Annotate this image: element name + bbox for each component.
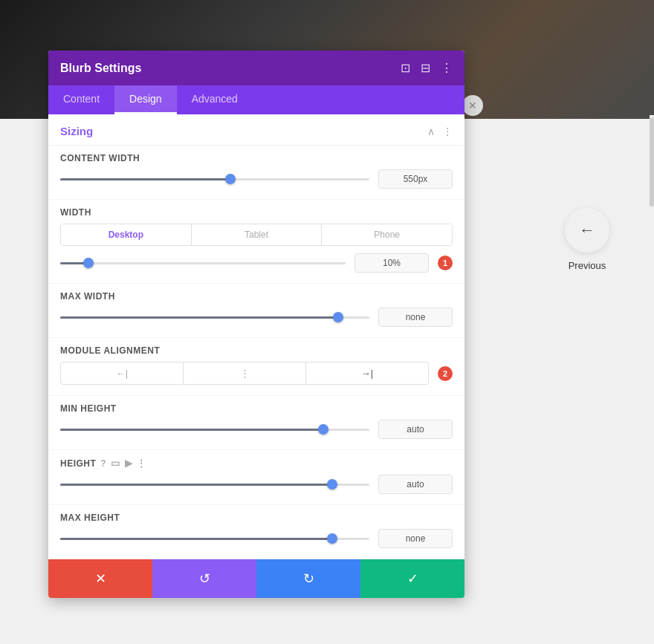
max-height-thumb[interactable] <box>327 533 337 544</box>
height-fill <box>60 484 332 486</box>
max-width-thumb[interactable] <box>333 312 343 322</box>
prev-arrow-icon: ← <box>579 221 595 240</box>
height-device-icon[interactable]: ▭ <box>111 458 120 469</box>
save-button[interactable]: ✓ <box>360 559 464 598</box>
device-tab-tablet[interactable]: Tablet <box>192 224 323 245</box>
width-input[interactable] <box>354 253 429 273</box>
min-height-fill <box>60 429 323 431</box>
max-height-track <box>60 538 369 540</box>
width-badge: 1 <box>438 256 453 270</box>
module-alignment-row: ←| ⋮ →| 2 <box>60 362 453 385</box>
collapse-icon[interactable]: ∧ <box>427 126 435 137</box>
content-width-slider-row <box>60 169 453 189</box>
sizing-title: Sizing <box>60 125 93 137</box>
fullscreen-icon[interactable]: ⊡ <box>401 61 410 75</box>
height-label: Height ? ▭ ▶ ⋮ <box>60 458 453 469</box>
sizing-section-header: Sizing ∧ ⋮ <box>48 114 464 146</box>
min-height-input[interactable] <box>378 420 453 439</box>
prev-label: Previous <box>569 260 606 271</box>
device-tab-phone[interactable]: Phone <box>322 224 452 245</box>
content-width-slider[interactable] <box>60 172 369 186</box>
redo-button[interactable]: ↻ <box>256 559 360 598</box>
cancel-button[interactable]: ✕ <box>48 559 152 598</box>
tab-advanced[interactable]: Advanced <box>177 85 253 114</box>
max-width-slider-row <box>60 308 453 327</box>
min-height-slider-row <box>60 420 453 439</box>
height-field: Height ? ▭ ▶ ⋮ <box>48 450 464 505</box>
section-header-icons: ∧ ⋮ <box>427 126 453 137</box>
min-height-track <box>60 429 369 431</box>
max-width-label: Max Width <box>60 291 453 302</box>
reset-button[interactable]: ↺ <box>152 559 256 598</box>
min-height-field: Min Height <box>48 396 464 450</box>
max-height-slider-row <box>60 529 453 548</box>
height-more-icon[interactable]: ⋮ <box>137 458 146 469</box>
min-height-label: Min Height <box>60 403 453 414</box>
content-width-field: Content Width <box>48 146 464 200</box>
max-height-field: Max Height <box>48 505 464 559</box>
alignment-buttons: ←| ⋮ →| <box>60 362 429 385</box>
align-center-button[interactable]: ⋮ <box>184 362 306 385</box>
blurb-settings-panel: Blurb Settings ⊡ ⊟ ⋮ Content Design Adva… <box>48 51 464 598</box>
max-height-input[interactable] <box>378 529 453 548</box>
width-label: Width <box>60 207 453 218</box>
content-width-track <box>60 178 369 180</box>
max-width-input[interactable] <box>378 308 453 327</box>
device-tabs: Desktop Tablet Phone <box>60 224 453 246</box>
panel-close-button[interactable]: ✕ <box>462 95 483 116</box>
min-height-slider[interactable] <box>60 422 369 437</box>
content-width-input[interactable] <box>378 169 453 189</box>
max-width-field: Max Width <box>48 284 464 338</box>
width-slider[interactable] <box>60 256 346 270</box>
height-help-icon[interactable]: ? <box>100 458 106 469</box>
panel-header-icons: ⊡ ⊟ ⋮ <box>401 61 453 75</box>
width-slider-row: 1 <box>60 253 453 273</box>
tab-design[interactable]: Design <box>114 85 177 114</box>
height-thumb[interactable] <box>327 479 337 489</box>
panel-header: Blurb Settings ⊡ ⊟ ⋮ <box>48 51 464 85</box>
more-icon[interactable]: ⋮ <box>441 61 453 75</box>
section-more-icon[interactable]: ⋮ <box>442 126 453 137</box>
panel-body: Sizing ∧ ⋮ Content Width Width <box>48 114 464 559</box>
max-width-fill <box>60 316 338 319</box>
alignment-badge: 2 <box>438 366 453 381</box>
height-slider[interactable] <box>60 477 369 492</box>
width-track <box>60 262 346 264</box>
height-slider-row <box>60 475 453 494</box>
max-width-track <box>60 316 369 319</box>
max-width-slider[interactable] <box>60 310 369 325</box>
height-cursor-icon[interactable]: ▶ <box>125 458 133 469</box>
width-field: Width Desktop Tablet Phone 1 <box>48 200 464 284</box>
max-height-slider[interactable] <box>60 531 369 546</box>
min-height-thumb[interactable] <box>318 424 328 435</box>
max-height-label: Max Height <box>60 513 453 523</box>
module-alignment-label: Module Alignment <box>60 345 453 356</box>
content-width-fill <box>60 178 230 180</box>
columns-icon[interactable]: ⊟ <box>421 61 430 75</box>
align-right-button[interactable]: →| <box>306 362 429 385</box>
content-width-thumb[interactable] <box>225 174 236 184</box>
tab-content[interactable]: Content <box>48 85 114 114</box>
panel-title: Blurb Settings <box>60 62 141 75</box>
align-left-button[interactable]: ←| <box>60 362 184 385</box>
panel-tabs: Content Design Advanced <box>48 85 464 114</box>
width-thumb[interactable] <box>83 258 94 268</box>
panel-footer: ✕ ↺ ↻ ✓ <box>48 559 464 598</box>
module-alignment-field: Module Alignment ←| ⋮ →| 2 <box>48 338 464 396</box>
content-width-label: Content Width <box>60 153 453 163</box>
height-track <box>60 484 369 486</box>
max-height-fill <box>60 538 332 540</box>
prev-section: ← Previous <box>565 208 609 271</box>
height-input[interactable] <box>378 475 453 494</box>
device-tab-desktop[interactable]: Desktop <box>61 224 192 245</box>
scrollbar-thumb[interactable] <box>650 117 654 206</box>
prev-button[interactable]: ← <box>565 208 609 253</box>
